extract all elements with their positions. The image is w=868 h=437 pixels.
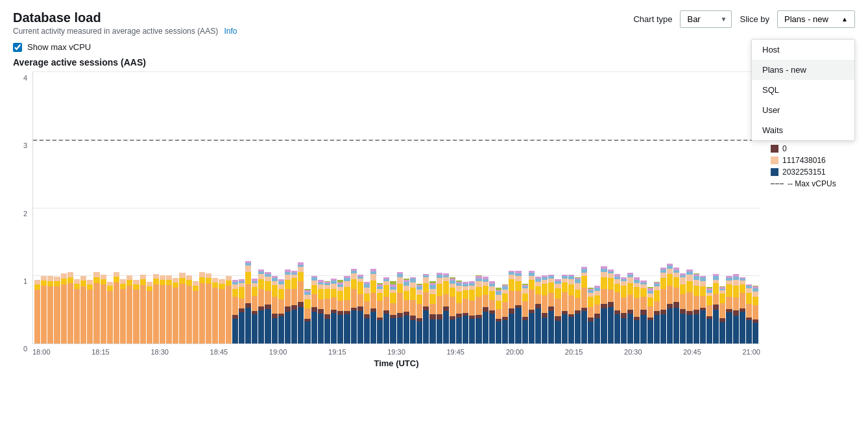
bar-segment: [614, 284, 620, 292]
bar-segment: [594, 291, 600, 296]
bar-segment: [693, 286, 699, 297]
bar-segment: [654, 315, 660, 343]
bar-group: [239, 279, 245, 343]
controls-right: Chart type Bar Line ▼ Slice by Plans - n…: [633, 10, 855, 28]
show-max-vcpu-checkbox[interactable]: [13, 43, 22, 52]
bar-segment: [377, 320, 383, 343]
bar-group: [120, 279, 126, 343]
bar-segment: [693, 296, 699, 310]
bar-group: [337, 280, 343, 343]
bar-segment: [166, 275, 172, 280]
bar-segment: [232, 319, 238, 343]
bar-segment: [700, 286, 706, 296]
bar-group: [186, 275, 192, 343]
bar-group: [272, 276, 278, 343]
bar-segment: [61, 279, 67, 284]
bar-group: [173, 278, 178, 343]
bar-segment: [496, 309, 501, 318]
bar-segment: [673, 302, 679, 307]
bar-segment: [114, 277, 119, 282]
bar-group: [476, 275, 481, 343]
y-label-0: 0: [23, 345, 27, 353]
bar-segment: [93, 277, 99, 283]
bar-segment: [456, 318, 462, 343]
bar-segment: [667, 269, 673, 273]
page-container: Database load Current activity measured …: [0, 0, 868, 437]
bar-segment: [351, 289, 357, 308]
dropdown-item-user[interactable]: User: [752, 100, 854, 120]
bar-segment: [278, 299, 284, 314]
bar-segment: [680, 294, 686, 309]
bar-group: [614, 274, 620, 343]
bar-segment: [733, 280, 739, 286]
chart-type-select[interactable]: Bar Line: [680, 10, 732, 28]
x-label-1830: 18:30: [151, 348, 169, 356]
x-label-1915: 19:15: [328, 348, 346, 356]
bars-container: [32, 71, 760, 344]
bar-group: [746, 284, 752, 343]
bar-segment: [324, 299, 330, 314]
dropdown-item-host[interactable]: Host: [752, 40, 854, 60]
bar-segment: [173, 282, 178, 288]
bar-segment: [41, 286, 47, 343]
bar-segment: [245, 303, 251, 308]
bar-segment: [291, 310, 297, 343]
bar-segment: [186, 280, 192, 285]
bar-group: [93, 272, 99, 343]
title-section: Database load Current activity measured …: [13, 10, 237, 36]
bar-segment: [647, 320, 653, 343]
bar-group: [673, 268, 679, 343]
bar-segment: [298, 281, 304, 302]
bar-segment: [614, 292, 620, 310]
bar-group: [324, 281, 330, 343]
dropdown-item-waits[interactable]: Waits: [752, 120, 854, 140]
dropdown-item-plans-new[interactable]: Plans - new: [752, 60, 854, 80]
y-axis: 4 3 2 1 0: [13, 71, 32, 368]
bar-segment: [107, 286, 113, 291]
bar-segment: [535, 304, 541, 308]
bar-segment: [311, 294, 317, 308]
bar-segment: [667, 274, 673, 286]
bar-segment: [404, 286, 409, 291]
bar-segment: [733, 316, 739, 343]
legend-color-0: [771, 145, 778, 153]
bar-segment: [114, 282, 119, 343]
dropdown-item-sql[interactable]: SQL: [752, 80, 854, 100]
bar-segment: [753, 323, 758, 343]
bar-segment: [647, 306, 653, 318]
bar-segment: [318, 284, 324, 289]
bar-segment: [746, 293, 752, 304]
bar-segment: [278, 316, 284, 343]
bar-segment: [265, 305, 271, 309]
bar-segment: [568, 295, 574, 314]
bar-segment: [199, 277, 205, 283]
slice-by-button[interactable]: Plans - new ▲: [777, 10, 855, 28]
bar-segment: [456, 303, 462, 314]
show-max-vcpu-label[interactable]: Show max vCPU: [27, 42, 91, 52]
bar-segment: [390, 293, 396, 303]
bar-segment: [54, 281, 60, 286]
bar-segment: [733, 310, 739, 316]
slice-by-label: Slice by: [740, 14, 769, 24]
bar-segment: [212, 288, 218, 343]
bar-segment: [706, 296, 712, 305]
info-link[interactable]: Info: [224, 27, 237, 36]
bar-segment: [640, 288, 646, 297]
bar-group: [700, 276, 706, 343]
bar-segment: [147, 282, 152, 286]
bar-segment: [153, 274, 159, 279]
bar-segment: [726, 297, 732, 309]
bar-segment: [265, 291, 271, 305]
bar-segment: [581, 276, 587, 288]
bar-segment: [179, 278, 185, 284]
bar-segment: [515, 276, 521, 281]
bar-segment: [318, 289, 324, 299]
bar-segment: [285, 289, 291, 306]
bar-segment: [588, 297, 594, 307]
bar-segment: [740, 284, 745, 293]
bar-group: [206, 273, 211, 343]
bar-group: [127, 275, 132, 343]
bar-segment: [114, 272, 119, 277]
bar-segment: [410, 282, 416, 288]
bar-segment: [562, 314, 568, 343]
